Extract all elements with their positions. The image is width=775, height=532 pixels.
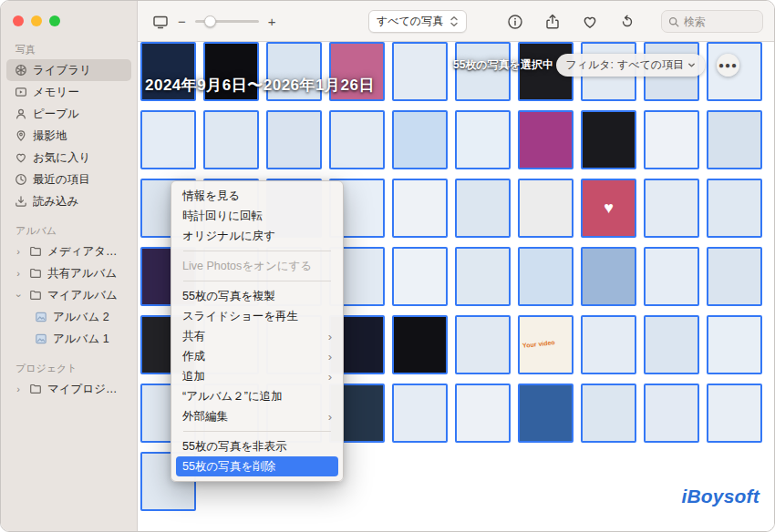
menu-item-10[interactable]: 追加› xyxy=(176,366,338,386)
photo-thumbnail[interactable] xyxy=(707,179,762,238)
display-icon[interactable] xyxy=(152,14,169,30)
view-filter-dropdown[interactable]: すべての写真 xyxy=(368,10,467,33)
photo-thumbnail[interactable] xyxy=(518,384,574,443)
photo-thumbnail[interactable] xyxy=(329,110,385,169)
thumbnail-size-slider[interactable] xyxy=(195,20,259,23)
photo-thumbnail[interactable] xyxy=(707,110,762,169)
sidebar-item-imports[interactable]: 読み込み xyxy=(6,190,131,212)
photo-thumbnail[interactable] xyxy=(392,384,448,443)
sidebar-item-places[interactable]: 撮影地 xyxy=(6,125,131,147)
sidebar-item-label: メディアタ… xyxy=(47,244,117,260)
photo-thumbnail[interactable] xyxy=(392,110,448,169)
places-icon xyxy=(14,129,27,143)
photo-thumbnail[interactable] xyxy=(644,247,699,306)
menu-divider xyxy=(183,431,331,432)
sidebar-item-people[interactable]: ピープル xyxy=(6,103,131,125)
zoom-button[interactable] xyxy=(49,15,60,26)
disclosure-triangle-icon[interactable]: › xyxy=(14,291,24,300)
photo-thumbnail[interactable] xyxy=(392,247,448,306)
sidebar-item-label: 読み込み xyxy=(33,194,79,210)
sidebar-item-recents[interactable]: 最近の項目 xyxy=(6,169,131,190)
menu-item-2[interactable]: オリジナルに戻す xyxy=(176,226,338,246)
photo-thumbnail[interactable] xyxy=(518,179,574,238)
filter-dropdown[interactable]: フィルタ: すべての項目 xyxy=(556,54,705,77)
photo-thumbnail[interactable] xyxy=(644,110,699,169)
disclosure-triangle-icon[interactable]: › xyxy=(14,247,23,257)
menu-item-7[interactable]: スライドショーを再生 xyxy=(176,306,338,326)
photo-thumbnail[interactable] xyxy=(203,110,259,169)
sidebar-item-my-albums[interactable]: ›マイアルバム xyxy=(6,284,131,306)
photo-thumbnail[interactable]: ♥ xyxy=(581,179,636,238)
photo-thumbnail[interactable] xyxy=(392,179,448,238)
menu-item-label: 情報を見る xyxy=(182,189,240,204)
photo-thumbnail[interactable] xyxy=(266,110,322,169)
menu-item-15[interactable]: 55枚の写真を削除 xyxy=(176,456,338,476)
sidebar-item-favorites[interactable]: お気に入り xyxy=(6,147,131,169)
photo-thumbnail[interactable] xyxy=(392,42,448,101)
sidebar-section-title: アルバム xyxy=(1,224,137,240)
menu-item-6[interactable]: 55枚の写真を複製 xyxy=(176,286,338,306)
submenu-arrow-icon: › xyxy=(328,371,332,383)
photo-thumbnail[interactable] xyxy=(581,384,636,443)
menu-divider xyxy=(183,251,331,251)
search-field[interactable] xyxy=(661,10,763,33)
photo-thumbnail[interactable] xyxy=(644,315,699,374)
photo-thumbnail[interactable] xyxy=(707,247,762,306)
photo-thumbnail[interactable] xyxy=(644,179,699,238)
photo-thumbnail[interactable] xyxy=(707,315,762,374)
photo-thumbnail[interactable] xyxy=(140,110,196,169)
library-icon xyxy=(14,64,27,77)
favorite-heart-icon[interactable] xyxy=(582,14,598,30)
close-button[interactable] xyxy=(13,15,24,26)
menu-item-12[interactable]: 外部編集› xyxy=(176,406,338,426)
sidebar-item-shared-albums[interactable]: ›共有アルバム xyxy=(6,262,131,284)
sidebar-item-label: アルバム 2 xyxy=(53,310,109,325)
share-icon[interactable] xyxy=(544,14,561,30)
heart-icon xyxy=(14,151,27,165)
menu-item-9[interactable]: 作成› xyxy=(176,346,338,366)
zoom-in-button[interactable]: + xyxy=(268,15,276,28)
menu-item-label: 55枚の写真を複製 xyxy=(182,289,275,304)
photo-thumbnail[interactable] xyxy=(518,247,574,306)
menu-item-label: オリジナルに戻す xyxy=(182,229,275,244)
info-icon[interactable] xyxy=(507,14,523,30)
zoom-out-button[interactable]: − xyxy=(178,15,186,28)
rotate-icon[interactable] xyxy=(619,14,636,30)
photo-thumbnail[interactable] xyxy=(392,315,448,374)
menu-item-0[interactable]: 情報を見る xyxy=(176,186,338,206)
sidebar-item-my-projects[interactable]: ›マイプロジ… xyxy=(6,378,131,400)
menu-item-1[interactable]: 時計回りに回転 xyxy=(176,206,338,226)
disclosure-triangle-icon[interactable]: › xyxy=(14,384,23,394)
slider-knob[interactable] xyxy=(204,15,216,27)
menu-item-11[interactable]: “アルバム２”に追加 xyxy=(176,386,338,406)
photo-thumbnail[interactable] xyxy=(581,315,636,374)
thumbnail-text: Your video xyxy=(522,339,555,349)
photo-thumbnail[interactable] xyxy=(455,247,511,306)
sidebar: 写真ライブラリメモリーピープル撮影地お気に入り最近の項目読み込みアルバム›メディ… xyxy=(1,1,138,531)
photo-thumbnail[interactable]: Your video xyxy=(518,315,574,374)
photo-thumbnail[interactable] xyxy=(455,179,511,238)
photo-thumbnail[interactable] xyxy=(455,110,511,169)
photo-thumbnail[interactable] xyxy=(644,384,699,443)
context-menu: 情報を見る時計回りに回転オリジナルに戻すLive Photosをオンにする55枚… xyxy=(170,180,344,482)
menu-item-14[interactable]: 55枚の写真を非表示 xyxy=(176,436,338,456)
sidebar-item-media-types[interactable]: ›メディアタ… xyxy=(6,240,131,262)
minimize-button[interactable] xyxy=(31,15,42,26)
photo-thumbnail[interactable] xyxy=(581,247,636,306)
sidebar-item-album-1[interactable]: アルバム 1 xyxy=(6,328,131,350)
sidebar-item-label: マイアルバム xyxy=(47,288,118,303)
photo-thumbnail[interactable] xyxy=(707,384,762,443)
search-input[interactable] xyxy=(684,15,756,28)
sidebar-item-album-2[interactable]: アルバム 2 xyxy=(6,306,131,328)
menu-item-label: 55枚の写真を非表示 xyxy=(182,439,287,455)
disclosure-triangle-icon[interactable]: › xyxy=(14,269,23,279)
menu-item-label: 時計回りに回転 xyxy=(182,209,263,224)
photo-thumbnail[interactable] xyxy=(581,110,636,169)
photo-thumbnail[interactable] xyxy=(455,315,511,374)
more-options-button[interactable]: ●●● xyxy=(717,54,739,77)
sidebar-item-memories[interactable]: メモリー xyxy=(6,81,131,103)
photo-thumbnail[interactable] xyxy=(455,384,511,443)
menu-item-8[interactable]: 共有› xyxy=(176,326,338,346)
sidebar-item-library[interactable]: ライブラリ xyxy=(6,59,131,81)
photo-thumbnail[interactable] xyxy=(518,110,574,169)
